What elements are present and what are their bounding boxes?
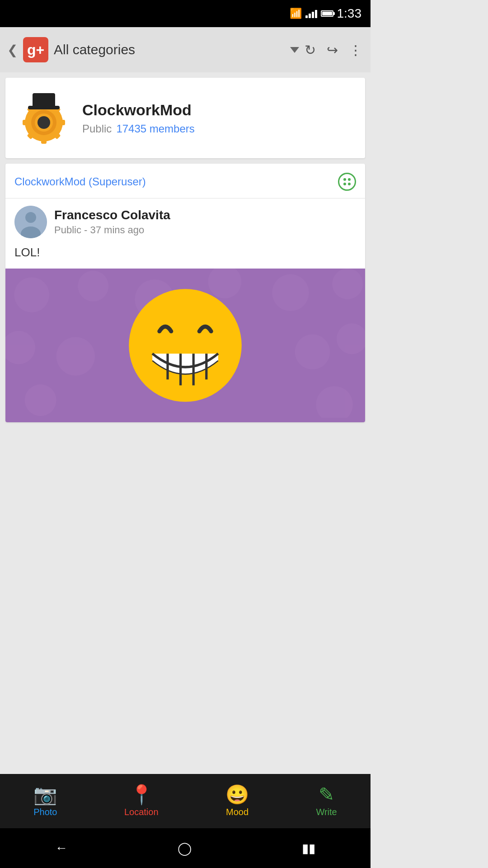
camera-icon: 📷 [33, 785, 57, 804]
author-meta: Public - 37 mins ago [54, 224, 356, 236]
nav-write-label: Write [316, 807, 337, 817]
post-content: LOL! [5, 245, 365, 269]
community-visibility: Public [82, 123, 112, 135]
svg-point-15 [25, 212, 36, 223]
svg-rect-5 [57, 120, 65, 125]
svg-point-25 [56, 337, 95, 375]
svg-rect-7 [41, 136, 47, 144]
svg-point-11 [38, 116, 50, 129]
app-bar: ❮ g+ All categories ↻ ↪ ⋮ [0, 27, 371, 72]
post-header: ClockworkMod (Superuser) [5, 164, 365, 191]
location-pin-icon: 📍 [130, 785, 153, 804]
nav-location-label: Location [124, 807, 159, 817]
community-members[interactable]: 17435 members [116, 123, 194, 135]
refresh-button[interactable]: ↻ [305, 42, 316, 58]
system-nav: ← ◯ ▮▮ [0, 828, 371, 868]
signal-icon [305, 9, 317, 18]
options-dots-icon [343, 178, 351, 185]
pencil-icon: ✎ [319, 785, 334, 804]
avatar [14, 206, 47, 238]
svg-rect-13 [33, 93, 55, 108]
battery-icon [321, 10, 333, 17]
svg-point-22 [272, 274, 309, 311]
svg-point-19 [78, 271, 108, 302]
nav-write-button[interactable]: ✎ Write [316, 785, 337, 817]
svg-point-30 [129, 289, 242, 402]
svg-point-28 [25, 384, 56, 416]
post-community-link[interactable]: ClockworkMod (Superuser) [14, 175, 146, 188]
svg-rect-9 [23, 120, 31, 125]
community-name: ClockworkMod [82, 101, 356, 119]
status-icons: 📶 1:33 [290, 6, 362, 21]
nav-photo-button[interactable]: 📷 Photo [33, 785, 57, 817]
community-card: ClockworkMod Public 17435 members [5, 78, 365, 158]
system-back-button[interactable]: ← [55, 841, 68, 855]
post-card: ClockworkMod (Superuser) Francesco Colav… [5, 164, 365, 422]
community-meta: Public 17435 members [82, 123, 356, 135]
system-recents-button[interactable]: ▮▮ [302, 841, 315, 856]
post-options-button[interactable] [338, 173, 356, 191]
gplus-logo: g+ [23, 37, 48, 62]
nav-location-button[interactable]: 📍 Location [124, 785, 159, 817]
community-logo [14, 89, 73, 147]
svg-point-23 [332, 269, 363, 299]
smiley-icon: 😀 [225, 785, 249, 804]
status-bar: 📶 1:33 [0, 0, 371, 27]
nav-mood-label: Mood [226, 807, 249, 817]
system-home-button[interactable]: ◯ [178, 841, 192, 856]
more-options-button[interactable]: ⋮ [349, 42, 363, 58]
nav-mood-button[interactable]: 😀 Mood [225, 785, 249, 817]
author-info: Francesco Colavita Public - 37 mins ago [54, 208, 356, 236]
back-button[interactable]: ❮ [7, 42, 18, 57]
author-name[interactable]: Francesco Colavita [54, 208, 356, 222]
svg-point-26 [295, 335, 330, 370]
post-image [5, 269, 365, 422]
app-bar-actions: ↻ ↪ ⋮ [305, 42, 363, 58]
post-author: Francesco Colavita Public - 37 mins ago [5, 198, 365, 245]
wifi-icon: 📶 [290, 8, 302, 19]
svg-point-18 [14, 277, 49, 312]
share-button[interactable]: ↪ [327, 42, 338, 58]
app-bar-title: All categories [54, 42, 294, 57]
community-info: ClockworkMod Public 17435 members [82, 101, 356, 135]
post-text: LOL! [14, 245, 40, 259]
bottom-nav: 📷 Photo 📍 Location 😀 Mood ✎ Write [0, 774, 371, 828]
nav-photo-label: Photo [33, 807, 57, 817]
status-time: 1:33 [337, 6, 362, 21]
dropdown-arrow-icon[interactable] [290, 47, 299, 53]
